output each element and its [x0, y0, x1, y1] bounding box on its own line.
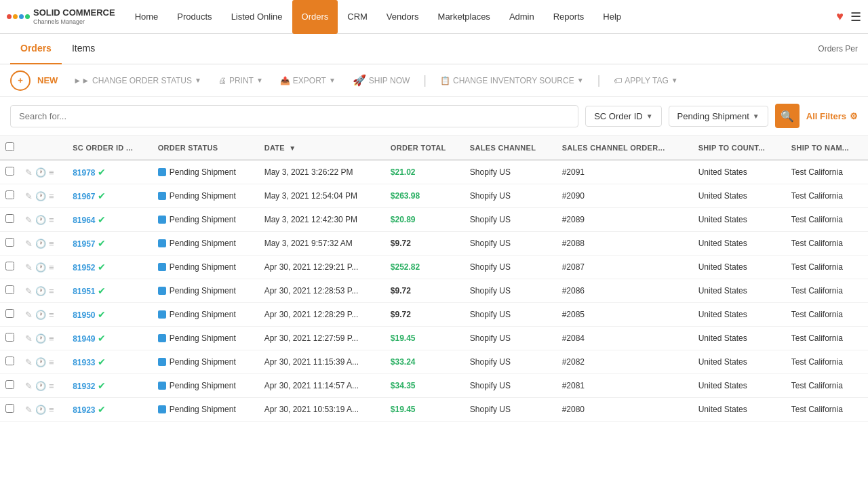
row-checkbox[interactable] [5, 167, 14, 176]
change-order-status-icon: ►► [73, 76, 90, 85]
row-order-id: 81952 ✔ [67, 256, 153, 279]
nav-crm[interactable]: CRM [338, 0, 377, 34]
change-order-status-button[interactable]: ►► CHANGE ORDER STATUS ▼ [66, 72, 208, 89]
row-date: May 3, 2021 9:57:32 AM [259, 232, 385, 256]
list-icon[interactable]: ≡ [49, 405, 54, 415]
edit-icon[interactable]: ✎ [25, 333, 33, 344]
apply-tag-button[interactable]: 🏷 APPLY TAG ▼ [607, 72, 684, 89]
favorites-icon[interactable]: ♥ [836, 9, 844, 24]
row-checkbox[interactable] [5, 214, 14, 223]
clock-icon[interactable]: 🕐 [35, 357, 46, 367]
nav-admin[interactable]: Admin [500, 0, 544, 34]
row-checkbox[interactable] [5, 357, 14, 365]
list-icon[interactable]: ≡ [49, 357, 54, 367]
export-button[interactable]: 📤 EXPORT ▼ [273, 72, 342, 89]
tab-items[interactable]: Items [62, 34, 105, 64]
order-id-link[interactable]: 81978 [73, 168, 95, 178]
print-button[interactable]: 🖨 PRINT ▼ [212, 72, 270, 89]
print-label: PRINT [229, 76, 254, 85]
clock-icon[interactable]: 🕐 [35, 191, 46, 201]
logo: SOLID COMMERCE Channels Manager [7, 8, 115, 24]
order-id-link[interactable]: 81957 [73, 239, 95, 249]
edit-icon[interactable]: ✎ [25, 167, 33, 178]
list-icon[interactable]: ≡ [49, 333, 54, 344]
select-all-checkbox[interactable] [5, 142, 14, 151]
search-input[interactable] [10, 105, 578, 127]
list-icon[interactable]: ≡ [49, 286, 54, 296]
edit-icon[interactable]: ✎ [25, 262, 33, 272]
nav-vendors[interactable]: Vendors [377, 0, 429, 34]
edit-icon[interactable]: ✎ [25, 357, 33, 367]
clock-icon[interactable]: 🕐 [35, 286, 46, 296]
clock-icon[interactable]: 🕐 [35, 333, 46, 344]
order-id-link[interactable]: 81949 [73, 334, 95, 344]
row-checkbox[interactable] [5, 238, 14, 247]
edit-icon[interactable]: ✎ [25, 215, 33, 225]
order-id-link[interactable]: 81923 [73, 405, 95, 415]
list-icon[interactable]: ≡ [49, 381, 54, 391]
row-channel: Shopify US [465, 208, 557, 232]
order-id-link[interactable]: 81951 [73, 287, 95, 296]
clock-icon[interactable]: 🕐 [35, 215, 46, 225]
nav-reports[interactable]: Reports [544, 0, 594, 34]
search-button[interactable]: 🔍 [775, 104, 800, 128]
row-checkbox[interactable] [5, 380, 14, 389]
change-order-status-label: CHANGE ORDER STATUS [92, 76, 192, 85]
order-id-link[interactable]: 81950 [73, 310, 95, 320]
order-id-link[interactable]: 81932 [73, 382, 95, 391]
clock-icon[interactable]: 🕐 [35, 381, 46, 391]
edit-icon[interactable]: ✎ [25, 310, 33, 320]
list-icon[interactable]: ≡ [49, 262, 54, 272]
order-total-value: $19.45 [391, 405, 416, 414]
tab-orders[interactable]: Orders [10, 34, 62, 64]
edit-icon[interactable]: ✎ [25, 286, 33, 296]
sc-order-id-filter[interactable]: SC Order ID ▼ [585, 106, 661, 127]
edit-icon[interactable]: ✎ [25, 381, 33, 391]
row-actions-cell: ✎ 🕐 ≡ [20, 279, 67, 303]
row-checkbox[interactable] [5, 333, 14, 342]
nav-help[interactable]: Help [593, 0, 631, 34]
row-checkbox[interactable] [5, 190, 14, 199]
edit-icon[interactable]: ✎ [25, 405, 33, 415]
table-row: ✎ 🕐 ≡ 81952 ✔ Pending Shipment Apr 30, 2… [0, 256, 868, 279]
row-checkbox[interactable] [5, 309, 14, 318]
new-circle-button[interactable]: + [10, 70, 31, 91]
list-icon[interactable]: ≡ [49, 191, 54, 201]
order-id-link[interactable]: 81964 [73, 216, 95, 225]
clock-icon[interactable]: 🕐 [35, 262, 46, 272]
edit-icon[interactable]: ✎ [25, 191, 33, 201]
nav-products[interactable]: Products [167, 0, 221, 34]
menu-icon[interactable]: ☰ [850, 9, 861, 24]
row-checkbox[interactable] [5, 262, 14, 270]
row-total: $9.72 [385, 232, 465, 256]
nav-marketplaces[interactable]: Marketplaces [429, 0, 500, 34]
order-id-link[interactable]: 81952 [73, 263, 95, 272]
list-icon[interactable]: ≡ [49, 215, 54, 225]
print-icon: 🖨 [218, 76, 226, 85]
pending-shipment-filter[interactable]: Pending Shipment ▼ [669, 106, 768, 127]
row-country: United States [693, 398, 786, 422]
all-filters-button[interactable]: All Filters ⚙ [806, 111, 858, 121]
list-icon[interactable]: ≡ [49, 239, 54, 249]
orders-table-container: SC ORDER ID ... ORDER STATUS DATE ▼ ORDE… [0, 136, 868, 422]
row-checkbox[interactable] [5, 404, 14, 413]
clock-icon[interactable]: 🕐 [35, 167, 46, 178]
order-id-link[interactable]: 81933 [73, 358, 95, 367]
row-checkbox[interactable] [5, 285, 14, 294]
row-channel-order: #2080 [557, 398, 693, 422]
col-date[interactable]: DATE ▼ [259, 136, 385, 160]
clock-icon[interactable]: 🕐 [35, 310, 46, 320]
status-label: Pending Shipment [170, 381, 236, 390]
list-icon[interactable]: ≡ [49, 167, 54, 178]
clock-icon[interactable]: 🕐 [35, 405, 46, 415]
edit-icon[interactable]: ✎ [25, 239, 33, 249]
clock-icon[interactable]: 🕐 [35, 239, 46, 249]
change-inventory-source-button[interactable]: 📋 CHANGE INVENTORY SOURCE ▼ [433, 72, 591, 89]
ship-now-button[interactable]: 🚀 SHIP NOW [346, 70, 416, 91]
nav-home[interactable]: Home [125, 0, 168, 34]
nav-listed-online[interactable]: Listed Online [222, 0, 292, 34]
col-sc-order-id[interactable]: SC ORDER ID ... [67, 136, 153, 160]
order-id-link[interactable]: 81967 [73, 192, 95, 201]
list-icon[interactable]: ≡ [49, 310, 54, 320]
nav-orders[interactable]: Orders [292, 0, 338, 34]
